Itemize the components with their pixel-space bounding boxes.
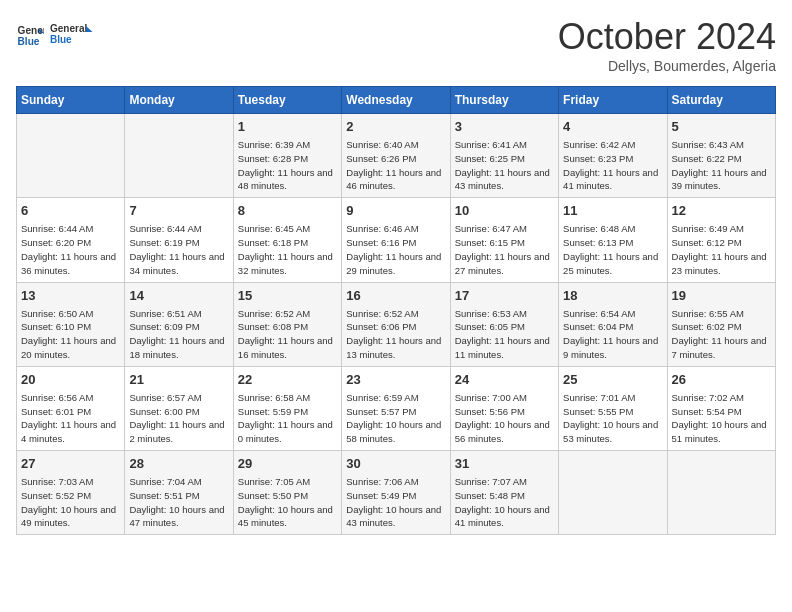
cell-info: Sunrise: 7:03 AM Sunset: 5:52 PM Dayligh… — [21, 475, 120, 530]
calendar-cell: 14Sunrise: 6:51 AM Sunset: 6:09 PM Dayli… — [125, 282, 233, 366]
svg-text:Blue: Blue — [18, 36, 40, 47]
day-number: 9 — [346, 202, 445, 220]
calendar-cell: 6Sunrise: 6:44 AM Sunset: 6:20 PM Daylig… — [17, 198, 125, 282]
cell-info: Sunrise: 7:04 AM Sunset: 5:51 PM Dayligh… — [129, 475, 228, 530]
svg-text:General: General — [50, 23, 87, 34]
svg-marker-5 — [86, 26, 93, 32]
day-number: 16 — [346, 287, 445, 305]
cell-info: Sunrise: 6:43 AM Sunset: 6:22 PM Dayligh… — [672, 138, 771, 193]
day-number: 27 — [21, 455, 120, 473]
calendar-cell: 22Sunrise: 6:58 AM Sunset: 5:59 PM Dayli… — [233, 366, 341, 450]
day-number: 1 — [238, 118, 337, 136]
calendar-cell: 31Sunrise: 7:07 AM Sunset: 5:48 PM Dayli… — [450, 451, 558, 535]
cell-info: Sunrise: 6:42 AM Sunset: 6:23 PM Dayligh… — [563, 138, 662, 193]
calendar-cell: 17Sunrise: 6:53 AM Sunset: 6:05 PM Dayli… — [450, 282, 558, 366]
week-row-2: 6Sunrise: 6:44 AM Sunset: 6:20 PM Daylig… — [17, 198, 776, 282]
calendar-cell: 26Sunrise: 7:02 AM Sunset: 5:54 PM Dayli… — [667, 366, 775, 450]
cell-info: Sunrise: 6:45 AM Sunset: 6:18 PM Dayligh… — [238, 222, 337, 277]
cell-info: Sunrise: 7:05 AM Sunset: 5:50 PM Dayligh… — [238, 475, 337, 530]
calendar-cell: 25Sunrise: 7:01 AM Sunset: 5:55 PM Dayli… — [559, 366, 667, 450]
cell-info: Sunrise: 6:46 AM Sunset: 6:16 PM Dayligh… — [346, 222, 445, 277]
cell-info: Sunrise: 6:57 AM Sunset: 6:00 PM Dayligh… — [129, 391, 228, 446]
day-number: 5 — [672, 118, 771, 136]
day-number: 21 — [129, 371, 228, 389]
day-number: 20 — [21, 371, 120, 389]
day-header-thursday: Thursday — [450, 87, 558, 114]
day-header-tuesday: Tuesday — [233, 87, 341, 114]
day-number: 30 — [346, 455, 445, 473]
day-number: 15 — [238, 287, 337, 305]
calendar-cell: 10Sunrise: 6:47 AM Sunset: 6:15 PM Dayli… — [450, 198, 558, 282]
cell-info: Sunrise: 6:44 AM Sunset: 6:19 PM Dayligh… — [129, 222, 228, 277]
calendar-cell: 30Sunrise: 7:06 AM Sunset: 5:49 PM Dayli… — [342, 451, 450, 535]
week-row-5: 27Sunrise: 7:03 AM Sunset: 5:52 PM Dayli… — [17, 451, 776, 535]
day-number: 4 — [563, 118, 662, 136]
cell-info: Sunrise: 6:48 AM Sunset: 6:13 PM Dayligh… — [563, 222, 662, 277]
cell-info: Sunrise: 6:49 AM Sunset: 6:12 PM Dayligh… — [672, 222, 771, 277]
calendar-cell: 18Sunrise: 6:54 AM Sunset: 6:04 PM Dayli… — [559, 282, 667, 366]
calendar-cell: 15Sunrise: 6:52 AM Sunset: 6:08 PM Dayli… — [233, 282, 341, 366]
calendar-cell: 21Sunrise: 6:57 AM Sunset: 6:00 PM Dayli… — [125, 366, 233, 450]
cell-info: Sunrise: 6:40 AM Sunset: 6:26 PM Dayligh… — [346, 138, 445, 193]
day-number: 13 — [21, 287, 120, 305]
day-number: 28 — [129, 455, 228, 473]
svg-text:Blue: Blue — [50, 34, 72, 45]
day-number: 3 — [455, 118, 554, 136]
logo-icon: General Blue — [16, 22, 44, 50]
day-header-saturday: Saturday — [667, 87, 775, 114]
calendar-cell — [17, 114, 125, 198]
calendar-cell — [667, 451, 775, 535]
cell-info: Sunrise: 7:02 AM Sunset: 5:54 PM Dayligh… — [672, 391, 771, 446]
day-number: 12 — [672, 202, 771, 220]
day-header-wednesday: Wednesday — [342, 87, 450, 114]
month-title: October 2024 — [558, 16, 776, 58]
cell-info: Sunrise: 6:51 AM Sunset: 6:09 PM Dayligh… — [129, 307, 228, 362]
cell-info: Sunrise: 6:59 AM Sunset: 5:57 PM Dayligh… — [346, 391, 445, 446]
day-header-friday: Friday — [559, 87, 667, 114]
calendar-cell: 11Sunrise: 6:48 AM Sunset: 6:13 PM Dayli… — [559, 198, 667, 282]
calendar-table: SundayMondayTuesdayWednesdayThursdayFrid… — [16, 86, 776, 535]
location: Dellys, Boumerdes, Algeria — [558, 58, 776, 74]
calendar-cell: 20Sunrise: 6:56 AM Sunset: 6:01 PM Dayli… — [17, 366, 125, 450]
title-block: October 2024 Dellys, Boumerdes, Algeria — [558, 16, 776, 74]
day-number: 10 — [455, 202, 554, 220]
page-header: General Blue General Blue October 2024 D… — [16, 16, 776, 74]
logo-bird-icon: General Blue — [50, 16, 100, 56]
calendar-cell: 27Sunrise: 7:03 AM Sunset: 5:52 PM Dayli… — [17, 451, 125, 535]
day-number: 29 — [238, 455, 337, 473]
calendar-cell: 7Sunrise: 6:44 AM Sunset: 6:19 PM Daylig… — [125, 198, 233, 282]
day-number: 23 — [346, 371, 445, 389]
day-number: 25 — [563, 371, 662, 389]
cell-info: Sunrise: 6:55 AM Sunset: 6:02 PM Dayligh… — [672, 307, 771, 362]
day-number: 18 — [563, 287, 662, 305]
calendar-cell: 19Sunrise: 6:55 AM Sunset: 6:02 PM Dayli… — [667, 282, 775, 366]
calendar-cell: 2Sunrise: 6:40 AM Sunset: 6:26 PM Daylig… — [342, 114, 450, 198]
calendar-cell: 5Sunrise: 6:43 AM Sunset: 6:22 PM Daylig… — [667, 114, 775, 198]
day-number: 6 — [21, 202, 120, 220]
day-number: 31 — [455, 455, 554, 473]
cell-info: Sunrise: 6:58 AM Sunset: 5:59 PM Dayligh… — [238, 391, 337, 446]
cell-info: Sunrise: 7:00 AM Sunset: 5:56 PM Dayligh… — [455, 391, 554, 446]
cell-info: Sunrise: 6:50 AM Sunset: 6:10 PM Dayligh… — [21, 307, 120, 362]
day-number: 8 — [238, 202, 337, 220]
logo: General Blue General Blue — [16, 16, 100, 56]
calendar-cell: 9Sunrise: 6:46 AM Sunset: 6:16 PM Daylig… — [342, 198, 450, 282]
calendar-cell — [559, 451, 667, 535]
week-row-1: 1Sunrise: 6:39 AM Sunset: 6:28 PM Daylig… — [17, 114, 776, 198]
cell-info: Sunrise: 6:52 AM Sunset: 6:06 PM Dayligh… — [346, 307, 445, 362]
calendar-cell — [125, 114, 233, 198]
cell-info: Sunrise: 7:07 AM Sunset: 5:48 PM Dayligh… — [455, 475, 554, 530]
cell-info: Sunrise: 6:56 AM Sunset: 6:01 PM Dayligh… — [21, 391, 120, 446]
day-number: 26 — [672, 371, 771, 389]
calendar-cell: 4Sunrise: 6:42 AM Sunset: 6:23 PM Daylig… — [559, 114, 667, 198]
day-header-monday: Monday — [125, 87, 233, 114]
cell-info: Sunrise: 6:53 AM Sunset: 6:05 PM Dayligh… — [455, 307, 554, 362]
day-number: 24 — [455, 371, 554, 389]
day-number: 19 — [672, 287, 771, 305]
calendar-cell: 29Sunrise: 7:05 AM Sunset: 5:50 PM Dayli… — [233, 451, 341, 535]
cell-info: Sunrise: 6:44 AM Sunset: 6:20 PM Dayligh… — [21, 222, 120, 277]
cell-info: Sunrise: 6:39 AM Sunset: 6:28 PM Dayligh… — [238, 138, 337, 193]
day-number: 14 — [129, 287, 228, 305]
cell-info: Sunrise: 7:01 AM Sunset: 5:55 PM Dayligh… — [563, 391, 662, 446]
day-number: 7 — [129, 202, 228, 220]
